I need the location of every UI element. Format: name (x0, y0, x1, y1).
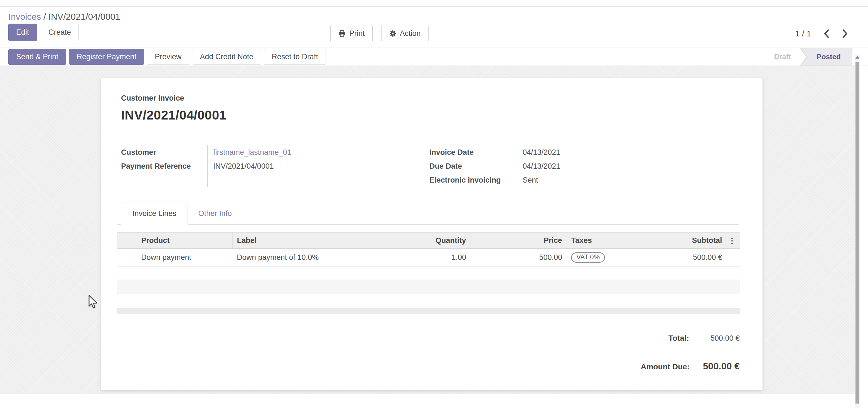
create-button[interactable]: Create (41, 24, 79, 41)
optional-columns-header (726, 233, 740, 249)
cell-product[interactable]: Down payment (137, 249, 232, 267)
scrollbar-thumb[interactable] (856, 62, 859, 404)
table-header-row: Product Label Quantity Price Taxes Subto… (117, 233, 740, 249)
reset-to-draft-button[interactable]: Reset to Draft (264, 49, 326, 65)
scrollbar-up-arrow-icon[interactable] (855, 56, 860, 59)
electronic-invoicing-field-label: Electronic invoicing (429, 173, 517, 187)
invoice-lines-table: Product Label Quantity Price Taxes Subto… (117, 232, 740, 314)
header-fields: Customer Payment Reference firstname_las… (117, 145, 739, 187)
record-pager: 1 / 1 (795, 25, 848, 42)
gear-icon (389, 30, 397, 37)
field-group-left: Customer Payment Reference firstname_las… (121, 145, 429, 187)
totals-section: Total: 500.00 € Amount Due: 500.00 € (117, 334, 740, 372)
total-row: Total: 500.00 € (669, 334, 740, 343)
empty-row (117, 267, 740, 280)
due-date-field-label: Due Date (429, 159, 517, 173)
state-pipeline: Draft Posted (764, 48, 852, 66)
total-label: Total: (669, 334, 689, 343)
column-header-price[interactable]: Price (471, 233, 567, 249)
table-row[interactable]: Down payment Down payment of 10.0% 1.00 … (117, 249, 740, 267)
invoice-number-title: INV/2021/04/0001 (117, 108, 739, 123)
state-step-posted: Posted (800, 48, 852, 66)
tab-other-info[interactable]: Other Info (188, 203, 242, 224)
table-footer-band (117, 308, 740, 314)
cell-taxes[interactable]: VAT 0% (567, 249, 635, 267)
register-payment-button[interactable]: Register Payment (69, 49, 145, 65)
cell-subtotal[interactable]: 500.00 € (635, 249, 726, 267)
chevron-right-icon (842, 29, 848, 38)
action-menu-label: Action (400, 29, 421, 38)
column-header-label[interactable]: Label (232, 233, 385, 249)
preview-button[interactable]: Preview (147, 49, 189, 65)
breadcrumb-invoices-link[interactable]: Invoices (8, 12, 41, 22)
customer-field-value[interactable]: firstname_lastname_01 (213, 148, 291, 157)
amount-due-label: Amount Due: (641, 363, 690, 371)
mouse-cursor (86, 295, 98, 311)
customer-field-label: Customer (121, 145, 207, 159)
invoice-date-field-label: Invoice Date (429, 145, 517, 159)
toolbar-center-group: Print Action (330, 25, 431, 42)
pager-next-button[interactable] (842, 29, 848, 38)
top-nav-strip (0, 0, 868, 7)
cell-quantity[interactable]: 1.00 (385, 249, 471, 267)
pager-previous-button[interactable] (824, 29, 830, 38)
total-value: 500.00 € (689, 334, 740, 343)
due-date-field-value: 04/13/2021 (523, 159, 560, 173)
column-header-taxes[interactable]: Taxes (567, 233, 635, 249)
state-step-draft[interactable]: Draft (764, 48, 801, 66)
action-menu-button[interactable]: Action (381, 25, 429, 42)
print-menu-label: Print (349, 29, 365, 38)
empty-row (117, 280, 740, 294)
row-handle-cell (117, 249, 137, 267)
pager-value: 1 / 1 (795, 29, 811, 38)
optional-columns-toggle-icon[interactable] (731, 238, 733, 244)
form-statusbar: Send & Print Register Payment Preview Ad… (0, 47, 868, 66)
invoice-date-field-value: 04/13/2021 (523, 145, 560, 159)
document-type-label: Customer Invoice (117, 94, 739, 103)
empty-row (117, 294, 740, 308)
tab-invoice-lines[interactable]: Invoice Lines (121, 203, 188, 225)
notebook-tabs: Invoice Lines Other Info (117, 203, 739, 225)
edit-button[interactable]: Edit (8, 24, 37, 41)
breadcrumb-current: INV/2021/04/0001 (49, 12, 120, 22)
add-credit-note-button[interactable]: Add Credit Note (192, 49, 261, 65)
form-view-background: Customer Invoice INV/2021/04/0001 Custom… (0, 66, 855, 394)
tax-badge: VAT 0% (571, 252, 605, 263)
odoo-invoice-form-page: { "accent_color": "#7c7bad", "breadcrumb… (0, 0, 868, 408)
cell-label[interactable]: Down payment of 10.0% (232, 249, 385, 267)
vertical-scrollbar[interactable] (855, 55, 860, 408)
row-handle-column-header (117, 233, 137, 249)
breadcrumb-separator: / (43, 12, 49, 22)
field-group-right: Invoice Date Due Date Electronic invoici… (429, 145, 560, 187)
control-panel-toolbar: Edit Create Print (0, 24, 868, 47)
chevron-left-icon (824, 29, 830, 38)
column-header-product[interactable]: Product (137, 233, 232, 249)
breadcrumb: Invoices / INV/2021/04/0001 (0, 7, 868, 24)
column-header-subtotal[interactable]: Subtotal (635, 233, 726, 249)
cell-price[interactable]: 500.00 (471, 249, 567, 267)
print-menu-button[interactable]: Print (330, 25, 373, 42)
amount-due-row: Amount Due: 500.00 € (641, 358, 740, 372)
invoice-sheet: Customer Invoice INV/2021/04/0001 Custom… (101, 78, 763, 390)
printer-icon (338, 30, 346, 37)
electronic-invoicing-field-value: Sent (523, 173, 560, 187)
column-header-quantity[interactable]: Quantity (385, 233, 471, 249)
payment-reference-field-value: INV/2021/04/0001 (213, 159, 429, 173)
amount-due-value: 500.00 € (691, 358, 740, 372)
payment-reference-field-label: Payment Reference (121, 159, 207, 173)
send-and-print-button[interactable]: Send & Print (8, 49, 66, 65)
